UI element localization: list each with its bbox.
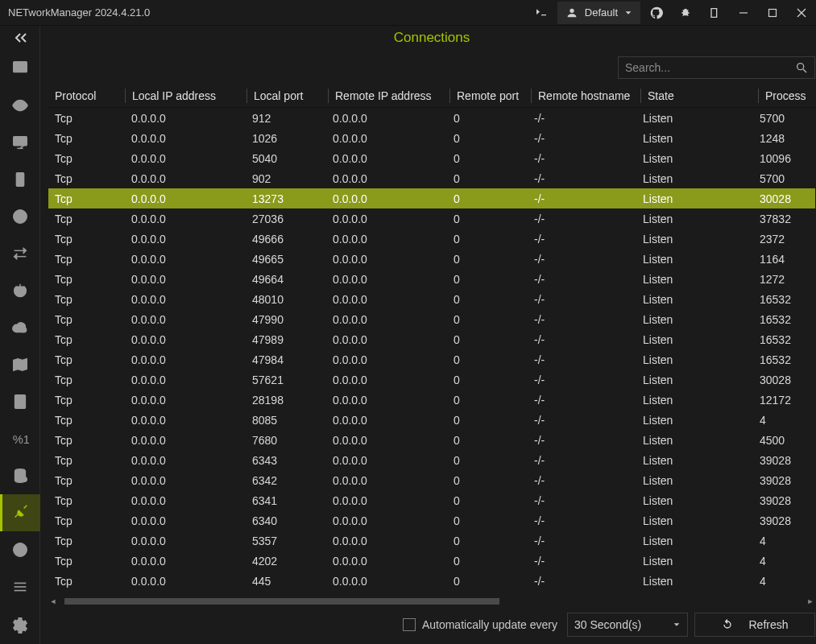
cell: Tcp <box>48 253 125 266</box>
table-row[interactable]: Tcp0.0.0.0479840.0.0.00-/-Listen16532 <box>48 349 815 369</box>
sidebar-item-globe[interactable] <box>0 531 40 568</box>
cell: 12172 <box>753 394 810 407</box>
cell: 0.0.0.0 <box>326 172 447 185</box>
docs-icon[interactable] <box>700 0 729 26</box>
header-process[interactable]: Process <box>759 89 815 102</box>
github-icon[interactable] <box>642 0 671 26</box>
auto-update-checkbox[interactable] <box>403 618 416 631</box>
table-row[interactable]: Tcp0.0.0.080850.0.0.00-/-Listen4 <box>48 410 815 430</box>
minimize-button[interactable] <box>729 0 758 26</box>
header-remote-host[interactable]: Remote hostname <box>532 89 640 102</box>
cell: 0.0.0.0 <box>125 172 246 185</box>
scroll-thumb[interactable] <box>64 598 499 605</box>
sidebar-item-power[interactable] <box>0 272 40 309</box>
cell: 30028 <box>753 374 810 386</box>
cell: 902 <box>246 172 326 185</box>
table-row[interactable]: Tcp0.0.0.063410.0.0.00-/-Listen39028 <box>48 490 815 510</box>
table-row[interactable]: Tcp0.0.0.042020.0.0.00-/-Listen4 <box>48 551 815 571</box>
table-row[interactable]: Tcp0.0.0.010260.0.0.00-/-Listen1248 <box>48 128 815 148</box>
table-row[interactable]: Tcp0.0.0.0480100.0.0.00-/-Listen16532 <box>48 289 815 309</box>
header-remote-ip[interactable]: Remote IP address <box>329 89 449 102</box>
table-row[interactable]: Tcp0.0.0.0270360.0.0.00-/-Listen37832 <box>48 208 815 229</box>
sidebar-item-menu2[interactable] <box>0 568 40 605</box>
cell: 0.0.0.0 <box>125 374 246 386</box>
table-row[interactable]: Tcp0.0.0.09020.0.0.00-/-Listen5700 <box>48 168 815 188</box>
cell: Listen <box>636 494 753 507</box>
bug-icon[interactable] <box>671 0 700 26</box>
table-row[interactable]: Tcp0.0.0.09120.0.0.00-/-Listen5700 <box>48 108 815 128</box>
cell: 0.0.0.0 <box>125 514 246 527</box>
cell: Listen <box>636 434 753 447</box>
hamburger-toggle[interactable] <box>0 26 39 50</box>
table-row[interactable]: Tcp0.0.0.0496640.0.0.00-/-Listen1272 <box>48 269 815 289</box>
sidebar-item-percent[interactable]: %1 <box>0 420 40 457</box>
sidebar-item-server[interactable] <box>0 161 40 198</box>
refresh-button[interactable]: Refresh <box>694 613 815 637</box>
cell: 0 <box>447 434 528 447</box>
search-input[interactable] <box>625 61 795 74</box>
sidebar-item-history[interactable] <box>0 198 40 235</box>
profile-dropdown[interactable]: Default <box>557 2 640 24</box>
scroll-right-icon[interactable]: ► <box>806 597 815 605</box>
header-local-port[interactable]: Local port <box>247 89 328 102</box>
sidebar-item-plug[interactable] <box>0 494 40 531</box>
cell: 0.0.0.0 <box>326 333 447 346</box>
interval-dropdown[interactable]: 30 Second(s) <box>567 613 688 637</box>
settings-icon[interactable] <box>0 607 40 644</box>
sidebar-item-cloud[interactable] <box>0 309 40 346</box>
sidebar-item-map[interactable] <box>0 346 40 383</box>
table-row[interactable]: Tcp0.0.0.0496650.0.0.00-/-Listen1164 <box>48 249 815 269</box>
cell: 1164 <box>753 253 810 266</box>
header-remote-port[interactable]: Remote port <box>450 89 531 102</box>
table-row[interactable]: Tcp0.0.0.0479890.0.0.00-/-Listen16532 <box>48 329 815 349</box>
table-row[interactable]: Tcp0.0.0.050400.0.0.00-/-Listen10096 <box>48 148 815 168</box>
table-row[interactable]: Tcp0.0.0.0281980.0.0.00-/-Listen12172 <box>48 390 815 410</box>
header-local-ip[interactable]: Local IP address <box>126 89 246 102</box>
connections-table: Protocol Local IP address Local port Rem… <box>48 84 815 597</box>
table-row[interactable]: Tcp0.0.0.063400.0.0.00-/-Listen39028 <box>48 510 815 530</box>
table-row[interactable]: Tcp0.0.0.053570.0.0.00-/-Listen4 <box>48 530 815 551</box>
header-protocol[interactable]: Protocol <box>48 89 125 102</box>
search-icon <box>795 61 808 74</box>
table-row[interactable]: Tcp0.0.0.0496660.0.0.00-/-Listen2372 <box>48 229 815 249</box>
sidebar-item-db[interactable] <box>0 457 40 494</box>
cell: 1248 <box>753 132 810 145</box>
table-header[interactable]: Protocol Local IP address Local port Rem… <box>48 84 815 108</box>
sidebar-item-swap[interactable] <box>0 235 40 272</box>
power-icon <box>11 282 29 299</box>
cell: 5357 <box>246 535 326 547</box>
close-button[interactable] <box>787 0 816 26</box>
scroll-left-icon[interactable]: ◄ <box>48 597 58 605</box>
svg-point-16 <box>21 329 24 332</box>
main: Connections Protocol Local IP address Lo… <box>40 26 816 644</box>
cell: -/- <box>528 333 636 346</box>
search-box[interactable] <box>618 56 815 79</box>
cell: 0.0.0.0 <box>326 253 447 266</box>
cell: 0.0.0.0 <box>125 454 246 467</box>
cell: Tcp <box>48 494 125 507</box>
table-row[interactable]: Tcp0.0.0.076800.0.0.00-/-Listen4500 <box>48 430 815 450</box>
cell: 30028 <box>753 192 810 205</box>
table-row[interactable]: Tcp0.0.0.0132730.0.0.00-/-Listen30028 <box>48 188 815 208</box>
header-state[interactable]: State <box>641 89 758 102</box>
sidebar-item-calc[interactable] <box>0 383 40 420</box>
sidebar-item-monitor[interactable] <box>0 124 40 161</box>
sidebar-item-eye[interactable] <box>0 87 40 124</box>
table-row[interactable]: Tcp0.0.0.0576210.0.0.00-/-Listen30028 <box>48 369 815 390</box>
cell: 0.0.0.0 <box>326 152 447 165</box>
cell: Tcp <box>48 112 125 125</box>
table-row[interactable]: Tcp0.0.0.063420.0.0.00-/-Listen39028 <box>48 470 815 490</box>
console-icon[interactable] <box>527 0 556 26</box>
sidebar-item-analyze[interactable] <box>0 50 40 87</box>
horizontal-scrollbar[interactable]: ◄ ► <box>48 597 815 605</box>
table-row[interactable]: Tcp0.0.0.0479900.0.0.00-/-Listen16532 <box>48 309 815 329</box>
profile-label: Default <box>585 6 618 19</box>
cell: 0.0.0.0 <box>125 253 246 266</box>
table-row[interactable]: Tcp0.0.0.063430.0.0.00-/-Listen39028 <box>48 450 815 470</box>
table-row[interactable]: Tcp0.0.0.04450.0.0.00-/-Listen4 <box>48 571 815 591</box>
table-body[interactable]: Tcp0.0.0.09120.0.0.00-/-Listen5700Tcp0.0… <box>48 108 815 597</box>
cell: 0.0.0.0 <box>326 454 447 467</box>
cell: 0.0.0.0 <box>326 394 447 407</box>
cell: Listen <box>636 353 753 366</box>
maximize-button[interactable] <box>758 0 787 26</box>
